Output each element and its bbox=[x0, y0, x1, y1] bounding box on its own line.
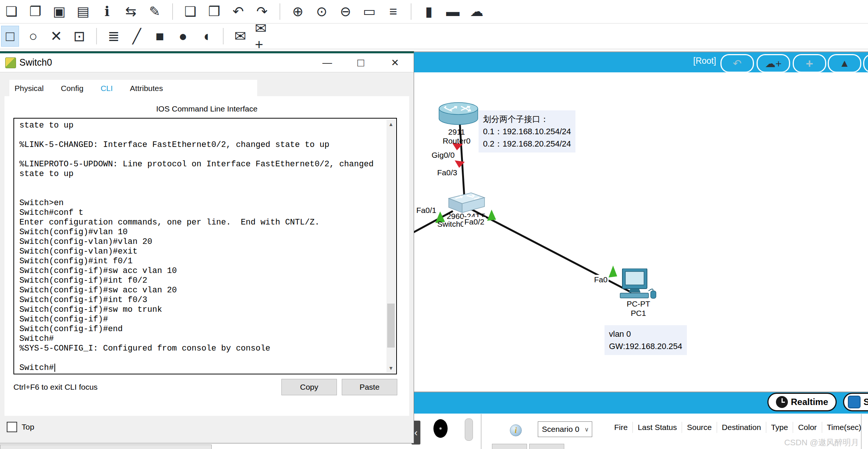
draw-ellipse-tool-icon[interactable]: ● bbox=[174, 26, 192, 46]
cli-line: Switch#conf t bbox=[19, 208, 385, 218]
copy-button[interactable]: Copy bbox=[281, 379, 337, 395]
move-object-icon: + bbox=[806, 56, 813, 71]
cli-line: Switch# bbox=[19, 363, 385, 372]
zoom-reset-icon[interactable]: ⊙ bbox=[313, 3, 330, 21]
close-button[interactable]: ✕ bbox=[382, 53, 408, 72]
delete-tool-icon[interactable]: ✕ bbox=[48, 26, 65, 46]
cli-scrollbar[interactable]: ▲ ▼ bbox=[386, 119, 395, 373]
window-titlebar[interactable]: Switch0 — □ ✕ bbox=[0, 53, 414, 72]
zoom-out-icon[interactable]: ⊖ bbox=[337, 3, 354, 21]
maximize-button[interactable]: □ bbox=[347, 53, 374, 72]
minimize-button[interactable]: — bbox=[314, 53, 341, 72]
rack-device-icon[interactable]: ▬ bbox=[444, 3, 461, 21]
tab-attributes[interactable]: Attributes bbox=[130, 84, 163, 93]
pdu-info-icon[interactable]: i bbox=[510, 424, 522, 436]
new-cluster-button[interactable]: ☁+ bbox=[757, 54, 790, 73]
tab-physical[interactable]: Physical bbox=[15, 84, 44, 93]
cli-heading: IOS Command Line Interface bbox=[4, 104, 409, 113]
move-object-button[interactable]: + bbox=[793, 54, 826, 73]
port-label-gig0-0: Gig0/0 bbox=[430, 150, 456, 160]
device-dialog-icon bbox=[5, 57, 16, 68]
scrollbar-thumb[interactable] bbox=[387, 304, 395, 348]
cli-terminal[interactable]: state to up%LINK-5-CHANGED: Interface Fa… bbox=[13, 118, 397, 374]
router-model-label: 2911 bbox=[440, 128, 473, 136]
activity-wizard-icon[interactable]: ✎ bbox=[146, 3, 163, 21]
network-info-icon[interactable]: ℹ bbox=[98, 3, 116, 21]
scenario-new-button[interactable] bbox=[492, 444, 527, 449]
pdu-column-header: Type bbox=[766, 422, 793, 433]
device-thumbnail-icon[interactable] bbox=[465, 418, 473, 441]
cloud-picture-icon[interactable]: ☁ bbox=[468, 3, 485, 21]
tab-config[interactable]: Config bbox=[61, 84, 83, 93]
custom-devices-dialog-icon[interactable]: ≡ bbox=[385, 3, 402, 21]
top-checkbox[interactable] bbox=[7, 422, 17, 432]
pc-gateway-note: vlan 0GW:192.168.20.254 bbox=[605, 325, 687, 355]
draw-freeform-tool-icon[interactable]: ◖ bbox=[198, 26, 215, 46]
router-name-label: Router0 bbox=[434, 136, 479, 145]
user-profile-icon[interactable]: ⇆ bbox=[122, 3, 139, 21]
cli-line bbox=[19, 150, 385, 160]
note-line: 0.1：192.168.10.254/24 bbox=[483, 125, 571, 138]
main-toolbar: ❏❐▣▤ℹ⇆✎❑❒↶↷⊕⊙⊖▭≡▮▬☁ bbox=[0, 0, 868, 23]
tab-cli[interactable]: CLI bbox=[101, 84, 113, 93]
paste-icon[interactable]: ❒ bbox=[206, 3, 223, 21]
pdu-column-header: Destination bbox=[717, 422, 766, 433]
draw-rectangle-tool-icon[interactable]: ■ bbox=[151, 26, 168, 46]
cli-line: %LINEPROTO-5-UPDOWN: Line protocol on In… bbox=[19, 160, 385, 169]
select-tool-icon[interactable]: □ bbox=[1, 26, 19, 46]
scroll-down-icon[interactable]: ▼ bbox=[386, 363, 395, 373]
link-status-down-arrow bbox=[455, 160, 465, 168]
note-line: 划分两个子接口： bbox=[483, 113, 571, 125]
pc-name-label: PC1 bbox=[620, 309, 657, 318]
pdu-column-header: Last Status bbox=[632, 422, 682, 433]
divider bbox=[481, 414, 482, 449]
top-checkbox-row: Top bbox=[7, 422, 34, 432]
cli-line bbox=[19, 179, 385, 189]
cli-line: Switch(config-if)#int f0/2 bbox=[19, 276, 385, 286]
drawing-palette-icon[interactable]: ▭ bbox=[361, 3, 378, 21]
redo-icon[interactable]: ↷ bbox=[253, 3, 271, 21]
add-complex-pdu-icon[interactable]: ✉+ bbox=[255, 26, 272, 46]
cli-line: Switch(config-if)#int f0/3 bbox=[19, 295, 385, 305]
undo-icon[interactable]: ↶ bbox=[230, 3, 247, 21]
note-line: GW:192.168.20.254 bbox=[609, 340, 682, 352]
cli-line bbox=[19, 189, 385, 198]
draw-line-tool-icon[interactable]: ╱ bbox=[128, 26, 145, 46]
link-status-up-arrow bbox=[609, 266, 617, 277]
router-device[interactable] bbox=[438, 101, 479, 128]
scenario-select[interactable]: Scenario 0 ∨ bbox=[538, 421, 592, 437]
chevron-down-icon: ∨ bbox=[584, 426, 589, 433]
set-background-button[interactable]: ▲ bbox=[828, 54, 861, 73]
simulation-icon bbox=[848, 396, 861, 408]
workspace-hscrollbar[interactable] bbox=[0, 445, 212, 449]
simulation-mode-button[interactable]: S bbox=[843, 393, 868, 411]
note-line: 0.2：192.168.20.254/24 bbox=[483, 138, 571, 150]
zoom-in-icon[interactable]: ⊕ bbox=[289, 3, 306, 21]
scenario-delete-button[interactable] bbox=[529, 444, 564, 449]
tools-toolbar: □○✕⊡≣╱■●◖✉✉+ bbox=[0, 23, 868, 49]
open-folder-icon[interactable]: ❐ bbox=[27, 3, 44, 21]
switch-device[interactable] bbox=[444, 191, 487, 215]
cli-output: state to up%LINK-5-CHANGED: Interface Fa… bbox=[19, 121, 385, 372]
cli-line bbox=[19, 131, 385, 140]
inspect-tool-icon[interactable]: ○ bbox=[25, 26, 42, 46]
pdu-column-header: Fire bbox=[609, 422, 632, 433]
realtime-mode-button[interactable]: Realtime bbox=[767, 393, 837, 411]
add-simple-pdu-icon[interactable]: ✉ bbox=[232, 26, 249, 46]
simulation-label: S bbox=[864, 397, 868, 407]
resize-shape-tool-icon[interactable]: ⊡ bbox=[71, 26, 88, 46]
new-file-icon[interactable]: ❏ bbox=[3, 3, 20, 21]
pc1-device[interactable] bbox=[619, 269, 658, 302]
back-button[interactable]: ↶ bbox=[720, 54, 754, 73]
watermark: CSDN @遨风醉明月 bbox=[753, 437, 859, 448]
copy-icon[interactable]: ❑ bbox=[182, 3, 199, 21]
cli-line: Switch(config-vlan)#vlan 20 bbox=[19, 237, 385, 247]
place-note-tool-icon[interactable]: ≣ bbox=[105, 26, 122, 46]
paste-button[interactable]: Paste bbox=[342, 379, 397, 395]
print-icon[interactable]: ▤ bbox=[75, 3, 92, 21]
cli-line: Switch# bbox=[19, 334, 385, 344]
save-icon[interactable]: ▣ bbox=[51, 3, 68, 21]
device-thumbnail-icon[interactable] bbox=[433, 419, 448, 438]
server-tower-icon[interactable]: ▮ bbox=[420, 3, 438, 21]
scroll-up-icon[interactable]: ▲ bbox=[386, 119, 395, 129]
